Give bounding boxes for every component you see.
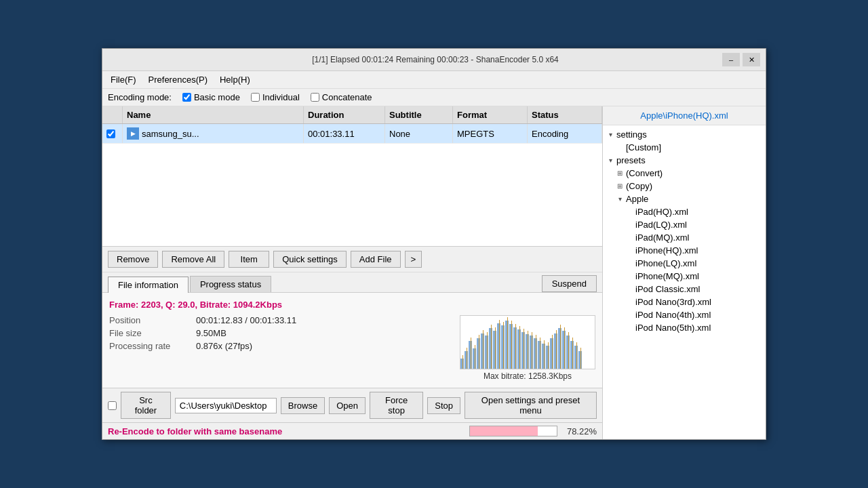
- open-settings-button[interactable]: Open settings and preset menu: [465, 392, 597, 419]
- table-row[interactable]: samsung_su... 00:01:33.11 None MPEGTS En…: [102, 124, 602, 144]
- info-panel: Frame: 2203, Q: 29.0, Bitrate: 1094.2Kbp…: [102, 293, 602, 388]
- tree-node[interactable]: iPad(LQ).xml: [603, 218, 766, 231]
- row-status: Encoding: [528, 124, 602, 143]
- processing-rate-row: Processing rate 0.876x (27fps): [109, 341, 446, 351]
- src-folder-button[interactable]: Src folder: [121, 392, 171, 419]
- basic-mode-label[interactable]: Basic mode: [182, 92, 240, 102]
- tree-node[interactable]: iPhone(HQ).xml: [603, 244, 766, 257]
- tree-node[interactable]: iPod Nano(4th).xml: [603, 308, 766, 321]
- chart-line: [540, 338, 540, 369]
- chart-line: [556, 330, 557, 369]
- row-checkbox-cell[interactable]: [102, 124, 123, 143]
- tree-node[interactable]: ▾presets: [603, 154, 766, 167]
- title-bar: [1/1] Elapsed 00:01:24 Remaining 00:00:2…: [102, 49, 766, 71]
- menu-preferences[interactable]: Preferences(P): [143, 73, 213, 87]
- concatenate-label[interactable]: Concatenate: [311, 92, 372, 102]
- tree-node[interactable]: ⊞(Convert): [603, 167, 766, 180]
- row-checkbox[interactable]: [106, 129, 115, 138]
- more-button[interactable]: >: [405, 251, 422, 268]
- chart-line: [491, 325, 492, 369]
- tree-node-label: (Copy): [625, 181, 652, 191]
- encoding-mode-label: Encoding mode:: [108, 92, 172, 102]
- position-value: 00:01:12.83 / 00:01:33.11: [196, 315, 296, 325]
- chart-canvas: [460, 315, 595, 369]
- browse-button[interactable]: Browse: [281, 397, 325, 414]
- col-subtitle: Subtitle: [385, 106, 453, 123]
- col-duration: Duration: [304, 106, 385, 123]
- chart-line: [544, 340, 545, 369]
- item-button[interactable]: Item: [229, 251, 269, 268]
- chart-line: [532, 332, 532, 369]
- remove-button[interactable]: Remove: [108, 251, 158, 268]
- concatenate-checkbox[interactable]: [311, 93, 319, 102]
- remove-all-button[interactable]: Remove All: [162, 251, 224, 268]
- path-input[interactable]: [175, 398, 277, 413]
- tree-node-label: iPad(HQ).xml: [634, 207, 688, 217]
- tree-node[interactable]: iPod Classic.xml: [603, 283, 766, 296]
- tree-node[interactable]: iPad(HQ).xml: [603, 205, 766, 218]
- individual-checkbox[interactable]: [251, 93, 260, 102]
- basic-mode-checkbox[interactable]: [182, 93, 191, 102]
- chart-line: [499, 320, 500, 369]
- position-label: Position: [109, 315, 191, 325]
- tree-node[interactable]: [Custom]: [603, 141, 766, 154]
- tree-node[interactable]: iPhone(LQ).xml: [603, 257, 766, 270]
- processing-rate-value: 0.876x (27fps): [196, 341, 252, 351]
- file-list-header: Name Duration Subtitle Format Status: [102, 106, 602, 124]
- frame-info: Frame: 2203, Q: 29.0, Bitrate: 1094.2Kbp…: [109, 300, 595, 310]
- chart-line: [462, 355, 463, 369]
- file-list-body: samsung_su... 00:01:33.11 None MPEGTS En…: [102, 124, 602, 246]
- chart-line: [519, 326, 520, 369]
- individual-label[interactable]: Individual: [251, 92, 300, 102]
- menu-help[interactable]: Help(H): [214, 73, 256, 87]
- chart-line: [576, 342, 577, 369]
- row-format: MPEGTS: [453, 124, 528, 143]
- suspend-button[interactable]: Suspend: [542, 275, 597, 292]
- menu-file[interactable]: File(F): [105, 73, 142, 87]
- tab-progress-status[interactable]: Progress status: [190, 276, 271, 292]
- tree-node-label: iPod Nano(3rd).xml: [634, 297, 711, 307]
- chart-line: [572, 338, 573, 369]
- chart-line: [515, 324, 516, 369]
- quick-settings-button[interactable]: Quick settings: [273, 251, 347, 268]
- force-stop-button[interactable]: Force stop: [370, 392, 423, 419]
- close-button[interactable]: ✕: [743, 53, 760, 66]
- tree-toggle-icon: ⊞: [615, 169, 625, 177]
- tree-node[interactable]: iPod Nano(5th).xml: [603, 321, 766, 334]
- tab-file-information[interactable]: File information: [108, 277, 189, 293]
- tree-node[interactable]: ▾Apple: [603, 192, 766, 205]
- minimize-button[interactable]: –: [722, 53, 740, 66]
- info-grid: Position 00:01:12.83 / 00:01:33.11 File …: [109, 315, 595, 381]
- tree-node[interactable]: iPod Nano(3rd).xml: [603, 296, 766, 308]
- file-list-container: Name Duration Subtitle Format Status sam…: [102, 106, 602, 247]
- tree-node[interactable]: ⊞(Copy): [603, 180, 766, 192]
- progress-bar-fill: [470, 426, 538, 436]
- file-icon: [127, 127, 139, 140]
- src-folder-checkbox[interactable]: [108, 401, 117, 410]
- file-size-label: File size: [109, 328, 191, 338]
- tree-node-label: iPad(MQ).xml: [634, 232, 689, 243]
- tree-container[interactable]: ▾settings[Custom]▾presets⊞(Convert)⊞(Cop…: [603, 125, 766, 439]
- file-size-value: 9.50MB: [196, 328, 226, 338]
- chart-line: [536, 335, 536, 369]
- chart-max-label: Max bitrate: 1258.3Kbps: [484, 371, 572, 381]
- chart-line: [479, 335, 479, 369]
- status-bar: Re-Encode to folder with same basename 7…: [102, 422, 602, 439]
- main-content: Name Duration Subtitle Format Status sam…: [102, 106, 766, 439]
- chart-line: [524, 329, 524, 369]
- tree-node[interactable]: iPhone(MQ).xml: [603, 270, 766, 283]
- chart-line: [503, 322, 504, 369]
- add-file-button[interactable]: Add File: [351, 251, 401, 268]
- chart-line: [495, 327, 496, 369]
- stop-button[interactable]: Stop: [427, 397, 460, 414]
- tree-node-label: iPhone(LQ).xml: [634, 258, 696, 268]
- tree-node[interactable]: iPad(MQ).xml: [603, 231, 766, 244]
- open-button[interactable]: Open: [329, 397, 366, 414]
- processing-rate-label: Processing rate: [109, 341, 191, 351]
- window-title: [1/1] Elapsed 00:01:24 Remaining 00:00:2…: [149, 55, 722, 64]
- tree-node[interactable]: ▾settings: [603, 128, 766, 141]
- progress-bar-container: [469, 426, 557, 436]
- row-name: samsung_su...: [123, 124, 304, 143]
- chart-line: [467, 348, 467, 369]
- main-window: [1/1] Elapsed 00:01:24 Remaining 00:00:2…: [102, 48, 766, 440]
